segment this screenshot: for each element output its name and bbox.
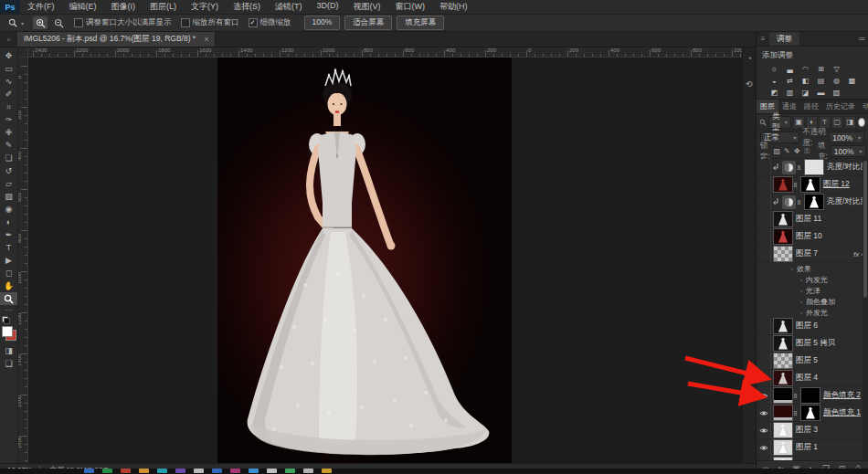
layer-row[interactable]: 图层 6 <box>757 318 868 335</box>
option-checkbox[interactable]: ✓细微缩放 <box>249 17 291 28</box>
layer-name[interactable]: 图层 11 <box>796 214 821 225</box>
quick-selection-tool[interactable]: ✐ <box>0 88 17 100</box>
clone-stamp-tool[interactable]: ❏ <box>0 152 17 164</box>
menu-item[interactable]: 视图(V) <box>346 1 388 13</box>
channel-mixer-icon[interactable]: ◍ <box>831 76 842 86</box>
hue-saturation-icon[interactable]: ◒ <box>768 76 780 86</box>
close-tab-icon[interactable]: × <box>204 35 208 44</box>
photo-filter-icon[interactable]: ▤ <box>815 76 827 86</box>
taskbar-icon[interactable] <box>322 469 332 473</box>
layer-visibility-toggle[interactable] <box>757 353 771 369</box>
menu-item[interactable]: 3D(D) <box>310 1 346 13</box>
marquee-tool[interactable]: ▭ <box>0 62 17 75</box>
layer-mask-thumbnail[interactable] <box>801 406 820 420</box>
layer-visibility-toggle[interactable] <box>757 159 771 175</box>
layer-row[interactable]: 图层 10 <box>757 228 868 246</box>
options-button[interactable]: 100% <box>304 16 341 30</box>
layers-scrollbar[interactable] <box>863 159 868 460</box>
mask-link-icon[interactable]: 8 <box>796 199 802 205</box>
tools-collapse-button[interactable]: « <box>0 32 17 47</box>
layer-name[interactable]: 图层 5 拷贝 <box>796 338 835 349</box>
taskbar-icon[interactable] <box>139 469 149 473</box>
layer-visibility-toggle[interactable] <box>757 457 771 460</box>
layer-mask-thumbnail[interactable] <box>805 195 823 209</box>
layer-name[interactable]: 图层 6 <box>796 321 818 332</box>
zoom-in-button[interactable] <box>33 16 48 29</box>
layer-row[interactable]: 图层 5 <box>757 353 868 370</box>
option-checkbox[interactable]: 缩放所有窗口 <box>181 17 239 28</box>
fill-value[interactable]: 100% ▾ <box>831 145 866 157</box>
lock-icon-3[interactable]: ⚿ <box>803 147 811 156</box>
layer-thumbnail[interactable] <box>774 406 792 420</box>
layer-thumbnail[interactable] <box>774 177 792 192</box>
taskbar-icon[interactable] <box>194 469 204 473</box>
color-lookup-icon[interactable]: ▩ <box>846 76 858 86</box>
gradient-tool[interactable]: ▨ <box>0 190 17 203</box>
options-button[interactable]: 适合屏幕 <box>344 16 392 30</box>
layer-visibility-toggle[interactable] <box>757 405 771 421</box>
filter-smart-objects-icon[interactable]: ◨ <box>844 116 856 129</box>
foreground-color-swatch[interactable] <box>2 326 13 337</box>
taskbar-icon[interactable] <box>84 469 94 473</box>
selective-color-icon[interactable]: ▧ <box>831 88 842 98</box>
layer-row[interactable]: 图层 7fx˄ <box>757 246 868 263</box>
menu-item[interactable]: 图层(L) <box>143 1 184 13</box>
taskbar-icon[interactable] <box>303 469 313 473</box>
taskbar-icon[interactable] <box>267 469 277 473</box>
layer-visibility-toggle[interactable] <box>757 228 771 245</box>
type-tool[interactable]: T <box>0 241 17 254</box>
layer-name[interactable]: 图层 10 <box>796 231 822 242</box>
layer-name[interactable]: 图层 4 <box>796 373 818 384</box>
tab-adjustments[interactable]: 调整 <box>769 32 799 46</box>
document-tab[interactable]: IMGL5206 - 副本.psd @ 16.7%(图层 19, RGB/8) … <box>17 32 216 47</box>
eraser-tool[interactable]: ▱ <box>0 177 17 190</box>
taskbar-icon[interactable] <box>121 469 131 473</box>
checkbox-box[interactable]: ✓ <box>249 18 258 27</box>
gradient-map-icon[interactable]: ▬ <box>815 88 827 98</box>
option-checkbox[interactable]: 调整窗口大小以满屏显示 <box>74 17 172 28</box>
layer-visibility-toggle[interactable] <box>757 439 771 456</box>
levels-icon[interactable]: ▃ <box>784 64 796 74</box>
effect-visibility-icon[interactable]: ◦ <box>797 299 806 305</box>
layer-visibility-toggle[interactable] <box>757 335 771 352</box>
layer-visibility-toggle[interactable] <box>757 422 771 438</box>
layer-visibility-toggle[interactable] <box>757 211 771 227</box>
crop-tool[interactable]: ⌗ <box>0 100 17 113</box>
menu-item[interactable]: 窗口(W) <box>388 1 433 13</box>
taskbar-icon[interactable] <box>212 469 222 473</box>
layer-row[interactable]: 图层 11 <box>757 211 868 228</box>
tab-panel-3[interactable]: 历史记录 <box>822 100 859 113</box>
filter-toggle-switch[interactable] <box>858 118 865 127</box>
taskbar-icon[interactable] <box>157 469 167 473</box>
layer-row[interactable]: 8颜色填充 2 <box>757 387 868 405</box>
eyedropper-tool[interactable]: ✑ <box>0 113 17 126</box>
dodge-tool[interactable]: ◐ <box>0 216 17 228</box>
tool-preset[interactable]: ▾ <box>5 16 24 29</box>
zoom-tool[interactable] <box>0 292 17 305</box>
layer-row[interactable]: 图层 3 <box>757 422 868 439</box>
default-colors-icon[interactable] <box>2 316 9 323</box>
layer-visibility-toggle[interactable] <box>757 387 771 404</box>
options-button[interactable]: 填充屏幕 <box>397 16 444 30</box>
menu-item[interactable]: 图像(I) <box>104 1 143 13</box>
layer-thumbnail[interactable] <box>774 388 792 403</box>
layer-mask-thumbnail[interactable] <box>805 160 823 174</box>
layer-name[interactable]: 颜色填充 1 <box>823 407 861 418</box>
shape-tool[interactable]: ◻ <box>0 267 17 279</box>
menu-item[interactable]: 编辑(E) <box>62 1 104 13</box>
photo-canvas[interactable] <box>217 57 512 463</box>
layer-thumbnail[interactable] <box>774 229 792 244</box>
layer-name[interactable]: 亮度/对比度 1 <box>827 196 865 207</box>
layer-mask-thumbnail[interactable] <box>801 177 820 192</box>
brightness-contrast-icon[interactable]: ☼ <box>768 64 780 74</box>
layer-name[interactable]: 图层 7 <box>796 248 818 259</box>
healing-brush-tool[interactable]: ✙ <box>0 126 17 139</box>
canvas-area[interactable]: 2400220020001800160014001200100080060040… <box>18 47 756 463</box>
layer-row[interactable]: 8亮度/对比度 2 <box>757 159 868 176</box>
lock-icon-0[interactable]: ▨ <box>773 147 781 156</box>
pen-tool[interactable]: ✒ <box>0 228 17 241</box>
filter-shape-layers-icon[interactable]: ▢ <box>831 116 843 129</box>
layer-row[interactable]: 图层 5 拷贝 <box>757 335 868 353</box>
taskbar-icon[interactable] <box>230 469 240 473</box>
lock-icon-1[interactable]: ✎ <box>783 147 791 156</box>
